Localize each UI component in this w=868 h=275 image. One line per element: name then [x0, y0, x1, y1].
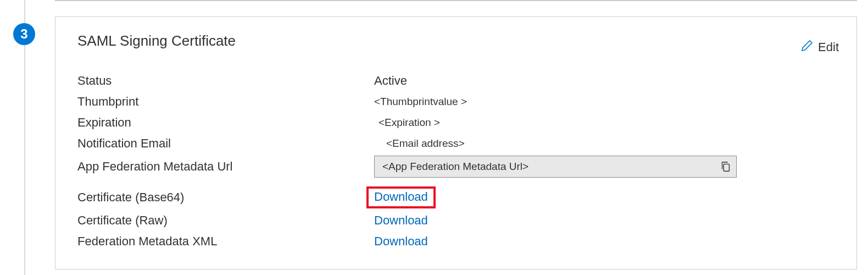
- cert-base64-label: Certificate (Base64): [77, 190, 374, 205]
- thumbprint-row: Thumbprint <Thumbprintvalue >: [77, 93, 839, 111]
- pencil-icon: [800, 39, 814, 56]
- cert-base64-download-link[interactable]: Download: [366, 186, 436, 208]
- cert-raw-label: Certificate (Raw): [77, 213, 374, 228]
- thumbprint-label: Thumbprint: [77, 95, 374, 109]
- metadata-url-value: <App Federation Metadata Url>: [382, 161, 720, 173]
- thumbprint-value: <Thumbprintvalue >: [374, 96, 467, 108]
- cert-raw-download-link[interactable]: Download: [374, 213, 428, 228]
- edit-button[interactable]: Edit: [800, 32, 839, 56]
- expiration-label: Expiration: [77, 116, 374, 130]
- cert-base64-row: Certificate (Base64) Download: [77, 186, 839, 208]
- expiration-row: Expiration <Expiration >: [77, 114, 839, 131]
- notification-email-label: Notification Email: [77, 136, 374, 151]
- metadata-url-input[interactable]: <App Federation Metadata Url>: [374, 156, 737, 178]
- previous-card-border: [55, 0, 857, 1]
- edit-label: Edit: [818, 40, 839, 54]
- federation-xml-row: Federation Metadata XML Download: [77, 233, 839, 250]
- status-label: Status: [77, 74, 374, 88]
- status-value: Active: [374, 74, 407, 88]
- federation-xml-download-link[interactable]: Download: [374, 234, 428, 249]
- status-row: Status Active: [77, 72, 839, 90]
- saml-signing-certificate-card: SAML Signing Certificate Edit Status Act…: [55, 16, 857, 270]
- card-header: SAML Signing Certificate Edit: [77, 32, 839, 56]
- step-badge: 3: [13, 23, 35, 45]
- expiration-value: <Expiration >: [374, 117, 440, 129]
- card-title: SAML Signing Certificate: [77, 32, 236, 50]
- metadata-url-label: App Federation Metadata Url: [77, 160, 374, 174]
- svg-rect-0: [724, 164, 729, 171]
- step-number: 3: [20, 26, 27, 42]
- cert-raw-row: Certificate (Raw) Download: [77, 212, 839, 229]
- notification-email-row: Notification Email <Email address>: [77, 135, 839, 152]
- metadata-url-row: App Federation Metadata Url <App Federat…: [77, 156, 839, 178]
- copy-icon[interactable]: [720, 161, 732, 173]
- federation-xml-label: Federation Metadata XML: [77, 234, 374, 249]
- notification-email-value: <Email address>: [374, 138, 465, 150]
